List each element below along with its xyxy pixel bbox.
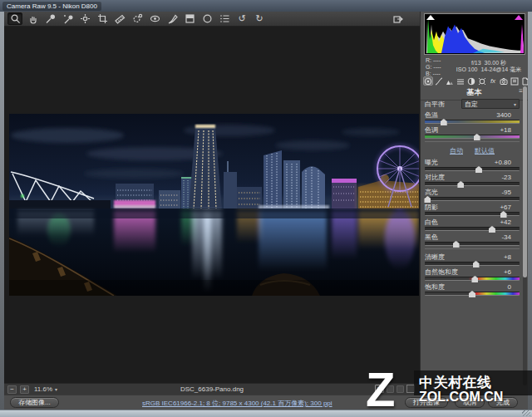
tab-lens-corrections[interactable] [477,76,487,86]
whites-thumb[interactable] [489,226,495,233]
tab-detail[interactable] [445,76,455,86]
copy-settings-button[interactable] [397,385,404,393]
basic-panel-content: 白平衡 自定▾ 色温3400 色调+18 自动 默认值 曝光+0.80 [425,98,520,298]
tab-tone-curve[interactable] [434,76,444,86]
preferences-icon[interactable] [217,12,232,25]
iso-value: ISO 100 [456,66,478,72]
graduated-filter-icon[interactable] [182,12,197,25]
whites-track[interactable] [425,227,520,231]
resize-grip[interactable] [522,410,530,416]
open-image-button[interactable]: 打开图像 [405,397,448,408]
tab-basic[interactable] [423,76,433,86]
aperture-value: f/13 [471,60,481,66]
white-balance-select[interactable]: 自定▾ [461,99,520,109]
blacks-track[interactable] [425,242,520,246]
cancel-button[interactable]: 取消 [455,397,485,408]
rotate-right-icon[interactable]: ↻ [252,12,267,25]
window-frame-right [528,12,532,410]
highlight-clipping-indicator[interactable] [515,15,523,20]
slider-contrast: 对比度-23 [425,174,520,186]
radial-filter-icon[interactable] [200,12,214,25]
window-frame-left [0,12,4,410]
adjustment-brush-icon[interactable] [165,12,180,25]
photo-canvas[interactable] [9,114,419,296]
exposure-thumb[interactable] [475,166,482,173]
slider-highlights: 高光-95 [425,189,520,201]
temperature-thumb[interactable] [441,119,447,125]
workflow-options-link[interactable]: sRGB IEC61966-2.1; 8 位; 9785 x 4300 (42.… [142,399,332,408]
lens-value: 14-24@14 毫米 [480,66,521,72]
tab-camera-calibration[interactable] [499,76,509,86]
preview-status-bar: − + 11.6% ▾ DSC_6639-Pano.dng Y [4,383,420,395]
histogram-plot [425,14,525,54]
preview-preferences-button[interactable] [406,385,415,393]
slider-shadows: 阴影+67 [425,204,520,216]
save-image-button[interactable]: 存储图像... [10,397,59,408]
default-link[interactable]: 默认值 [475,146,495,155]
highlights-track[interactable] [425,197,520,201]
filename-label: DSC_6639-Pano.dng [4,385,420,393]
shadows-thumb[interactable] [500,211,507,218]
exposure-track[interactable] [425,167,520,171]
tab-effects[interactable]: fx [488,76,498,86]
targeted-adjustment-icon[interactable] [77,12,92,25]
r-value: ---- [433,57,441,63]
before-after-toggle[interactable]: Y [375,385,384,393]
clarity-thumb[interactable] [473,261,480,267]
color-sampler-icon[interactable] [60,12,75,25]
zoom-dropdown-arrow-icon[interactable]: ▾ [55,386,57,392]
hand-tool-icon[interactable] [25,12,40,25]
blacks-thumb[interactable] [453,241,460,248]
auto-link[interactable]: 自动 [450,146,463,155]
exif-readout: R: ---- G: ---- B: ---- f/13 30.00 秒 ISO… [426,57,525,77]
contrast-thumb[interactable] [457,181,464,188]
slider-vibrance: 自然饱和度+6 [425,268,520,281]
zoom-level-select[interactable]: 11.6% [34,385,52,393]
tab-presets[interactable] [510,76,520,86]
clarity-track[interactable] [425,262,520,266]
camera-raw-window: Camera Raw 9.5 - Nikon D800 ↺ ↻ [0,0,532,417]
tab-split-toning[interactable] [466,76,476,86]
saturation-track[interactable] [425,292,520,296]
panel-scrollbar-thumb[interactable] [523,86,527,277]
slider-temperature: 色温3400 [425,111,520,124]
rotate-left-icon[interactable]: ↺ [234,12,249,25]
zoom-tool-icon[interactable] [7,12,22,25]
swap-settings-button[interactable] [387,385,394,393]
panel-tabs: fx [423,76,530,86]
shadow-clipping-indicator[interactable] [426,15,435,20]
highlights-thumb[interactable] [424,196,431,203]
slider-tint: 色调+18 [425,126,520,139]
red-eye-icon[interactable] [147,12,162,25]
title-bar: Camera Raw 9.5 - Nikon D800 [0,0,532,12]
b-value: ---- [433,71,441,76]
zoom-out-button[interactable]: − [7,385,17,394]
vibrance-track[interactable] [425,277,520,281]
slider-blacks: 黑色-34 [425,233,520,246]
tint-thumb[interactable] [474,134,480,140]
g-value: ---- [433,64,441,70]
white-balance-eyedropper-icon[interactable] [42,12,57,25]
straighten-tool-icon[interactable] [112,12,127,25]
preview-area [4,27,420,383]
tab-hsl-grayscale[interactable] [456,76,466,86]
shadows-track[interactable] [425,212,520,216]
done-button[interactable]: 完成 [488,397,518,408]
zoom-in-button[interactable]: + [20,385,29,394]
saturation-thumb[interactable] [469,291,475,297]
white-balance-label: 白平衡 [425,100,445,109]
g-label: G: [426,64,431,70]
histogram [424,13,525,55]
panel-scrollbar[interactable] [523,86,527,385]
slider-exposure: 曝光+0.80 [425,159,520,171]
crop-tool-icon[interactable] [95,12,110,25]
shutter-value: 30.00 秒 [485,60,506,66]
slider-clarity: 清晰度+8 [425,253,520,266]
temperature-track[interactable] [425,120,520,124]
contrast-track[interactable] [425,182,520,186]
tint-track[interactable] [425,135,520,139]
spot-removal-icon[interactable] [130,12,145,25]
toggle-fullscreen-icon[interactable] [390,12,405,25]
vibrance-thumb[interactable] [471,276,478,282]
window-frame-bottom [0,410,532,417]
